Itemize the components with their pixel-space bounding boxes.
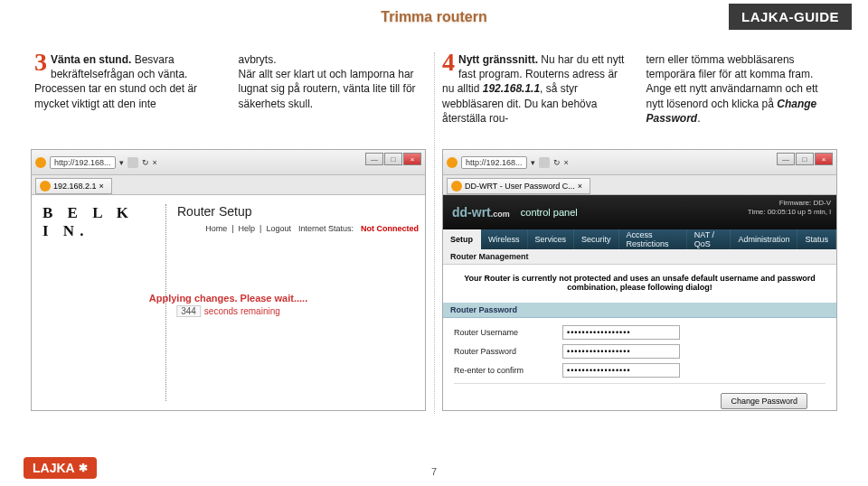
close-tab-icon[interactable]: ×: [564, 158, 569, 167]
tab-close-icon[interactable]: ×: [578, 182, 582, 191]
nav-nat-qos[interactable]: NAT / QoS: [687, 229, 731, 249]
refresh-icon[interactable]: ↻: [553, 158, 561, 167]
applying-changes-block: Applying changes. Please wait..... 344se…: [149, 293, 307, 317]
guide-badge: LAJKA-GUIDE: [729, 4, 852, 30]
tab-bar: 192.168.2.1 ×: [32, 175, 425, 195]
tab-close-icon[interactable]: ×: [99, 182, 104, 191]
tab-favicon: [451, 181, 462, 192]
lajka-logo: LAJKA ✱: [24, 457, 97, 479]
tab-favicon: [40, 181, 51, 192]
nav-services[interactable]: Services: [528, 229, 575, 249]
url-dropdown-icon[interactable]: ▾: [531, 158, 535, 167]
firmware-line-2: Time: 00:05:10 up 5 min, l: [748, 208, 831, 217]
lajka-logo-icon: ✱: [79, 462, 88, 474]
router-password-section: Router Password: [443, 301, 836, 318]
address-bar[interactable]: http://192.168...: [461, 156, 527, 169]
close-button[interactable]: ×: [815, 153, 833, 165]
tab-bar: DD-WRT - User Password C... ×: [443, 175, 836, 195]
page-number: 7: [431, 466, 437, 477]
countdown-label: seconds remaining: [204, 306, 280, 316]
input-confirm[interactable]: [562, 363, 680, 378]
step-4-body-d: .: [697, 112, 700, 125]
page-header: Trimma routern LAJKA-GUIDE: [0, 0, 868, 43]
form-row-password: Router Password: [454, 344, 826, 359]
nav-status[interactable]: Status: [797, 229, 836, 249]
nav-home[interactable]: Home: [203, 224, 230, 233]
browser-tab[interactable]: DD-WRT - User Password C... ×: [447, 178, 590, 194]
maximize-button[interactable]: □: [796, 153, 814, 165]
label-username: Router Username: [454, 328, 562, 337]
nav-access-restrictions[interactable]: Access Restrictions: [619, 229, 687, 249]
step-4-ip: 192.168.1.1: [483, 82, 540, 95]
tab-label: 192.168.2.1: [53, 182, 97, 191]
nav-status-label: Internet Status:: [296, 224, 356, 233]
close-button[interactable]: ×: [403, 153, 421, 165]
refresh-icon[interactable]: ↻: [142, 158, 149, 167]
firmware-line-1: Firmware: DD-V: [748, 199, 831, 208]
router-management-subhead: Router Management: [443, 249, 836, 265]
address-bar[interactable]: http://192.168...: [50, 156, 116, 169]
step-4-col-a: 4 Nytt gränssnitt. Nu har du ett nytt fa…: [442, 52, 630, 126]
countdown-value: 344: [176, 305, 201, 317]
label-confirm: Re-enter to confirm: [454, 366, 562, 375]
step-number-3: 3: [34, 52, 47, 73]
step-3-col-a: 3 Vänta en stund. Besvara bekräftelsefrå…: [34, 52, 222, 126]
step-number-4: 4: [442, 52, 455, 73]
control-panel-label: control panel: [521, 207, 578, 218]
browser-icon: [447, 157, 458, 168]
nav-status-value: Not Connected: [358, 224, 421, 233]
firmware-info: Firmware: DD-V Time: 00:05:10 up 5 min, …: [748, 199, 831, 218]
window-controls: — □ ×: [365, 153, 421, 165]
ddwrt-nav: Setup Wireless Services Security Access …: [443, 229, 836, 249]
label-password: Router Password: [454, 347, 562, 356]
ddwrt-logo: dd-wrt.com: [452, 205, 510, 220]
tab-label: DD-WRT - User Password C...: [465, 182, 575, 191]
page-footer: LAJKA ✱ 7: [0, 450, 868, 486]
browser-icon: [35, 157, 46, 168]
belkin-logo: B E L K I N.: [42, 204, 151, 240]
belkin-nav: Home| Help| Logout Internet Status: Not …: [203, 224, 421, 233]
window-controls: — □ ×: [777, 153, 833, 165]
ddwrt-header: dd-wrt.com control panel Firmware: DD-V …: [443, 195, 836, 229]
lajka-logo-text: LAJKA: [33, 461, 75, 475]
form-row-username: Router Username: [454, 325, 826, 340]
nav-help[interactable]: Help: [236, 224, 259, 233]
minimize-button[interactable]: —: [365, 153, 383, 165]
screenshots-row: — □ × http://192.168... ▾ ↻ × 192.168.2.…: [31, 149, 837, 411]
security-warning: Your Router is currently not protected a…: [443, 265, 836, 301]
step-3-title: Vänta en stund.: [51, 53, 131, 66]
minimize-button[interactable]: —: [777, 153, 795, 165]
nav-security[interactable]: Security: [574, 229, 619, 249]
form-row-confirm: Re-enter to confirm: [454, 363, 826, 378]
step-3-body-b: avbryts.: [239, 53, 277, 66]
step-4-col-b: tern eller tömma webbläsarens temporära …: [646, 52, 835, 126]
browser-tab[interactable]: 192.168.2.1 ×: [35, 178, 112, 194]
lock-icon: [127, 157, 138, 168]
router-setup-title: Router Setup: [177, 204, 414, 219]
change-password-button[interactable]: Change Password: [721, 393, 807, 409]
nav-wireless[interactable]: Wireless: [481, 229, 528, 249]
nav-setup[interactable]: Setup: [443, 229, 481, 249]
maximize-button[interactable]: □: [384, 153, 402, 165]
url-dropdown-icon[interactable]: ▾: [119, 158, 124, 167]
page-title: Trimma routern: [381, 9, 486, 25]
close-tab-icon[interactable]: ×: [153, 158, 157, 167]
step-3-body-c: När allt ser klart ut och lamporna har l…: [239, 68, 416, 109]
nav-administration[interactable]: Administration: [731, 229, 797, 249]
screenshot-ddwrt: — □ × http://192.168... ▾ ↻ × DD-WRT - U…: [442, 149, 837, 411]
input-username[interactable]: [562, 325, 680, 340]
step-3-col-b: avbryts. När allt ser klart ut och lampo…: [239, 52, 427, 126]
password-form: Router Username Router Password Re-enter…: [443, 318, 836, 411]
step-4-title: Nytt gränssnitt.: [458, 53, 538, 66]
nav-logout[interactable]: Logout: [263, 224, 294, 233]
applying-text: Applying changes. Please wait.....: [149, 293, 307, 304]
input-password[interactable]: [562, 344, 680, 359]
screenshot-belkin: — □ × http://192.168... ▾ ↻ × 192.168.2.…: [31, 149, 426, 411]
lock-icon: [539, 157, 550, 168]
